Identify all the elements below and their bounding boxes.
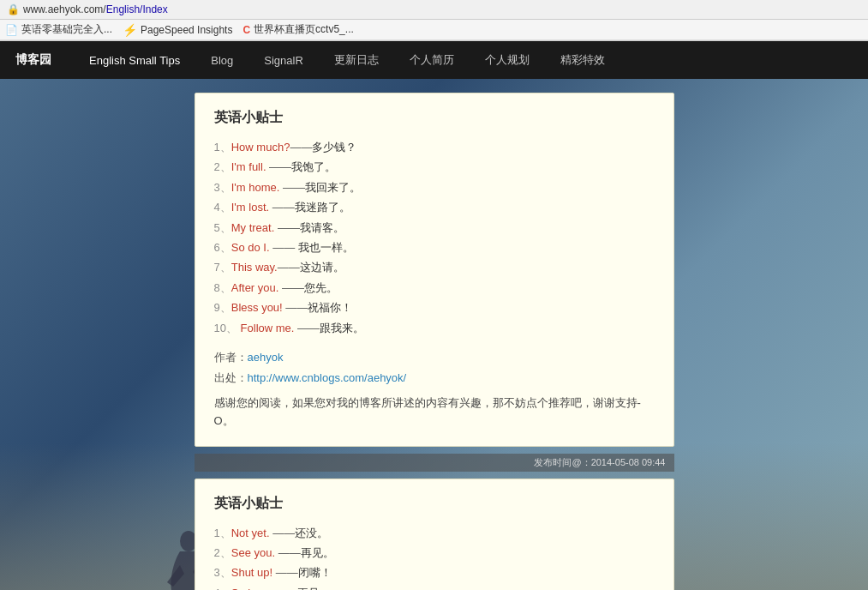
tip-2-1: 1、Not yet. ——还没。 bbox=[214, 523, 655, 543]
lock-icon: 🔒 bbox=[7, 3, 20, 15]
tip-1-10: 10、 Follow me. ——跟我来。 bbox=[214, 318, 655, 338]
card-2-title: 英语小贴士 bbox=[214, 495, 655, 513]
tip-1-8: 8、After you. ——您先。 bbox=[214, 278, 655, 298]
tip-1-4: 4、I'm lost. ——我迷路了。 bbox=[214, 197, 655, 217]
bookmark-label-3: 世界杯直播页cctv5_... bbox=[254, 22, 354, 37]
tip-list-2: 1、Not yet. ——还没。 2、See you. ——再见。 3、Shut… bbox=[214, 523, 655, 591]
nav-link-plan[interactable]: 个人规划 bbox=[480, 49, 535, 71]
browser-chrome: 🔒 www.aehyok.com/English/Index 📄 英语零基础完全… bbox=[0, 0, 868, 41]
tip-1-7: 7、This way.——这边请。 bbox=[214, 257, 655, 277]
bookmark-label-2: PageSpeed Insights bbox=[141, 24, 232, 36]
nav-brand[interactable]: 博客园 bbox=[10, 49, 57, 71]
nav-link-blog[interactable]: Blog bbox=[206, 51, 238, 70]
pagespeed-icon: ⚡ bbox=[123, 23, 137, 37]
card-1-footer: 感谢您的阅读，如果您对我的博客所讲述的内容有兴趣，那不妨点个推荐吧，谢谢支持-O… bbox=[214, 394, 655, 430]
content-area: 英语小贴士 1、How much?——多少钱？ 2、I'm full. ——我饱… bbox=[0, 79, 868, 590]
tip-1-1: 1、How much?——多少钱？ bbox=[214, 137, 655, 157]
author-label: 作者： bbox=[214, 351, 248, 364]
tip-1-3: 3、I'm home. ——我回来了。 bbox=[214, 178, 655, 197]
bookmark-item-2[interactable]: ⚡ PageSpeed Insights bbox=[123, 23, 232, 37]
author-link[interactable]: aehyok bbox=[248, 351, 284, 364]
url-text: www.aehyok.com/English/Index bbox=[23, 3, 168, 15]
tip-1-5: 5、My treat. ——我请客。 bbox=[214, 218, 655, 238]
page-wrapper: 英语小贴士 1、How much?——多少钱？ 2、I'm full. ——我饱… bbox=[0, 79, 868, 590]
nav-link-resume[interactable]: 个人简历 bbox=[404, 49, 459, 71]
bookmarks-bar: 📄 英语零基础完全入... ⚡ PageSpeed Insights C 世界杯… bbox=[0, 20, 868, 40]
bookmark-label-1: 英语零基础完全入... bbox=[21, 22, 112, 37]
source-label: 出处： bbox=[214, 371, 248, 384]
tip-1-2: 2、I'm full. ——我饱了。 bbox=[214, 157, 655, 177]
nav-link-effects[interactable]: 精彩特效 bbox=[555, 49, 610, 71]
bookmark-item-3[interactable]: C 世界杯直播页cctv5_... bbox=[242, 22, 353, 37]
bookmark-icon-1: 📄 bbox=[5, 24, 18, 36]
nav-link-changelog[interactable]: 更新日志 bbox=[329, 49, 384, 71]
tip-2-3: 3、Shut up! ——闭嘴！ bbox=[214, 563, 655, 582]
card-1: 英语小贴士 1、How much?——多少钱？ 2、I'm full. ——我饱… bbox=[195, 93, 674, 447]
tip-1-9: 9、Bless you! ——祝福你！ bbox=[214, 298, 655, 317]
source-link[interactable]: http://www.cnblogs.com/aehyok/ bbox=[248, 371, 407, 384]
nav-link-english[interactable]: English Small Tips bbox=[84, 51, 185, 70]
timestamp-strip: 发布时间@：2014-05-08 09:44 bbox=[195, 454, 674, 472]
address-bar: 🔒 www.aehyok.com/English/Index bbox=[0, 0, 868, 20]
site-nav: 博客园 English Small Tips Blog SignalR 更新日志… bbox=[0, 41, 868, 79]
tip-1-6: 6、So do I. —— 我也一样。 bbox=[214, 238, 655, 257]
card-1-title: 英语小贴士 bbox=[214, 109, 655, 127]
author-line: 作者：aehyok bbox=[214, 350, 655, 365]
cctv-icon: C bbox=[242, 24, 250, 36]
card-2: 英语小贴士 1、Not yet. ——还没。 2、See you. ——再见。 … bbox=[195, 479, 674, 591]
tip-2-4: 4、So long. ——再见。 bbox=[214, 583, 655, 590]
nav-link-signalr[interactable]: SignalR bbox=[259, 51, 308, 70]
tip-list-1: 1、How much?——多少钱？ 2、I'm full. ——我饱了。 3、I… bbox=[214, 137, 655, 338]
bookmark-item-1[interactable]: 📄 英语零基础完全入... bbox=[5, 22, 112, 37]
tip-2-2: 2、See you. ——再见。 bbox=[214, 543, 655, 563]
source-line: 出处：http://www.cnblogs.com/aehyok/ bbox=[214, 370, 655, 386]
